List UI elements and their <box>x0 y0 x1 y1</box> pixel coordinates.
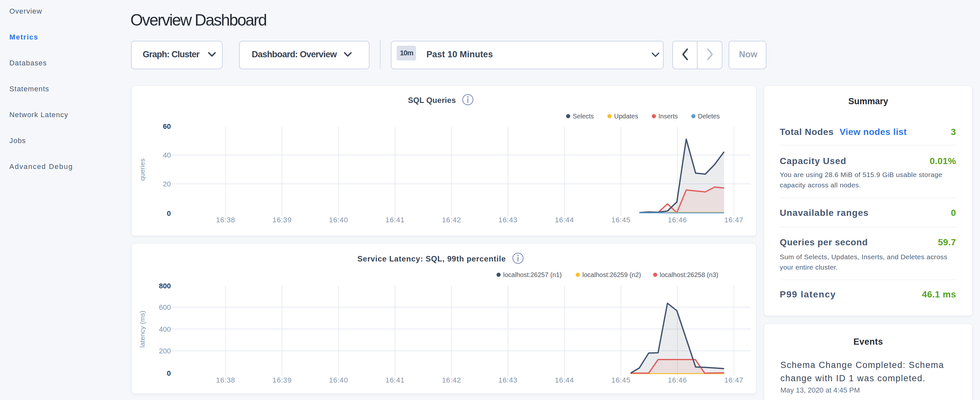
svg-text:16:41: 16:41 <box>385 216 404 224</box>
svg-text:localhost:26259 (n2): localhost:26259 (n2) <box>582 271 641 278</box>
svg-text:16:40: 16:40 <box>329 216 348 224</box>
svg-text:latency (ms): latency (ms) <box>138 311 146 347</box>
svg-text:queries: queries <box>138 159 146 181</box>
svg-text:16:46: 16:46 <box>668 376 687 384</box>
svg-text:600: 600 <box>159 303 171 311</box>
svg-text:16:42: 16:42 <box>442 376 461 384</box>
svg-text:40: 40 <box>163 151 171 159</box>
svg-text:Service Latency: SQL, 99th per: Service Latency: SQL, 99th percentile <box>357 254 506 263</box>
svg-text:16:38: 16:38 <box>216 376 235 384</box>
svg-text:16:47: 16:47 <box>724 376 743 384</box>
svg-text:20: 20 <box>163 180 171 188</box>
svg-text:16:47: 16:47 <box>724 216 743 224</box>
svg-text:Updates: Updates <box>614 113 638 120</box>
svg-text:SQL Queries: SQL Queries <box>408 96 456 105</box>
svg-text:16:44: 16:44 <box>555 376 574 384</box>
svg-text:16:38: 16:38 <box>216 216 235 224</box>
svg-text:200: 200 <box>159 347 171 355</box>
svg-text:16:39: 16:39 <box>272 376 291 384</box>
svg-text:Deletes: Deletes <box>698 113 720 120</box>
svg-text:16:42: 16:42 <box>442 216 461 224</box>
svg-text:localhost:26257 (n1): localhost:26257 (n1) <box>503 271 562 278</box>
svg-text:0: 0 <box>167 369 171 377</box>
svg-text:localhost:26258 (n3): localhost:26258 (n3) <box>660 271 718 278</box>
svg-text:16:45: 16:45 <box>611 376 631 384</box>
svg-text:Inserts: Inserts <box>659 113 678 120</box>
svg-text:0: 0 <box>167 209 171 217</box>
svg-text:16:43: 16:43 <box>498 376 517 384</box>
svg-text:400: 400 <box>159 325 171 333</box>
svg-text:60: 60 <box>163 122 171 131</box>
svg-text:16:45: 16:45 <box>611 216 631 224</box>
svg-text:16:40: 16:40 <box>329 376 348 384</box>
svg-text:16:39: 16:39 <box>272 216 291 224</box>
svg-text:800: 800 <box>159 282 171 290</box>
svg-text:16:43: 16:43 <box>498 216 517 224</box>
svg-text:16:46: 16:46 <box>668 216 687 224</box>
svg-text:16:41: 16:41 <box>385 376 404 384</box>
svg-text:Selects: Selects <box>573 113 594 120</box>
svg-text:16:44: 16:44 <box>555 216 574 224</box>
